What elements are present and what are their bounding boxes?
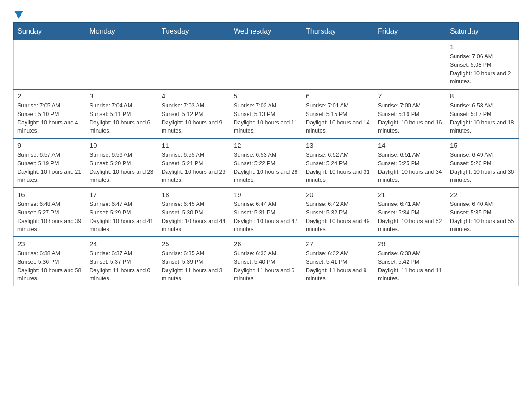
logo <box>13 9 23 18</box>
calendar-cell: 5Sunrise: 7:02 AM Sunset: 5:13 PM Daylig… <box>230 89 302 138</box>
day-info: Sunrise: 6:30 AM Sunset: 5:42 PM Dayligh… <box>378 249 442 283</box>
calendar-cell: 19Sunrise: 6:44 AM Sunset: 5:31 PM Dayli… <box>230 188 302 237</box>
calendar-week-row: 1Sunrise: 7:06 AM Sunset: 5:08 PM Daylig… <box>14 40 519 90</box>
day-info: Sunrise: 6:48 AM Sunset: 5:27 PM Dayligh… <box>17 200 82 234</box>
logo-arrow-icon <box>14 11 23 19</box>
calendar-cell: 9Sunrise: 6:57 AM Sunset: 5:19 PM Daylig… <box>14 138 86 188</box>
calendar-cell: 27Sunrise: 6:32 AM Sunset: 5:41 PM Dayli… <box>302 237 374 286</box>
calendar-cell: 22Sunrise: 6:40 AM Sunset: 5:35 PM Dayli… <box>446 188 519 237</box>
day-number: 8 <box>450 92 515 100</box>
calendar-week-row: 16Sunrise: 6:48 AM Sunset: 5:27 PM Dayli… <box>14 188 519 237</box>
calendar-cell <box>302 40 374 90</box>
day-number: 3 <box>90 92 154 100</box>
day-number: 28 <box>378 240 442 248</box>
day-number: 5 <box>234 92 298 100</box>
day-number: 25 <box>162 240 226 248</box>
calendar-cell: 16Sunrise: 6:48 AM Sunset: 5:27 PM Dayli… <box>14 188 86 237</box>
day-number: 11 <box>162 141 226 149</box>
day-info: Sunrise: 6:58 AM Sunset: 5:17 PM Dayligh… <box>450 102 515 135</box>
calendar-cell: 20Sunrise: 6:42 AM Sunset: 5:32 PM Dayli… <box>302 188 374 237</box>
day-info: Sunrise: 6:56 AM Sunset: 5:20 PM Dayligh… <box>90 151 154 184</box>
day-info: Sunrise: 6:40 AM Sunset: 5:35 PM Dayligh… <box>450 200 515 234</box>
day-info: Sunrise: 6:55 AM Sunset: 5:21 PM Dayligh… <box>162 151 226 184</box>
day-info: Sunrise: 7:00 AM Sunset: 5:16 PM Dayligh… <box>378 102 442 135</box>
calendar-cell: 14Sunrise: 6:51 AM Sunset: 5:25 PM Dayli… <box>374 138 446 188</box>
calendar-cell: 26Sunrise: 6:33 AM Sunset: 5:40 PM Dayli… <box>230 237 302 286</box>
calendar-cell <box>374 40 446 90</box>
day-header-wednesday: Wednesday <box>230 23 302 40</box>
calendar-cell: 21Sunrise: 6:41 AM Sunset: 5:34 PM Dayli… <box>374 188 446 237</box>
calendar-cell: 4Sunrise: 7:03 AM Sunset: 5:12 PM Daylig… <box>158 89 230 138</box>
day-number: 14 <box>378 141 442 149</box>
day-info: Sunrise: 6:35 AM Sunset: 5:39 PM Dayligh… <box>162 249 226 283</box>
day-info: Sunrise: 6:45 AM Sunset: 5:30 PM Dayligh… <box>162 200 226 234</box>
day-info: Sunrise: 6:52 AM Sunset: 5:24 PM Dayligh… <box>306 151 370 184</box>
day-info: Sunrise: 6:37 AM Sunset: 5:37 PM Dayligh… <box>90 249 154 283</box>
calendar-cell <box>14 40 86 90</box>
day-number: 19 <box>234 191 298 198</box>
calendar-cell: 7Sunrise: 7:00 AM Sunset: 5:16 PM Daylig… <box>374 89 446 138</box>
day-number: 27 <box>306 240 370 248</box>
calendar-cell: 15Sunrise: 6:49 AM Sunset: 5:26 PM Dayli… <box>446 138 519 188</box>
calendar-week-row: 2Sunrise: 7:05 AM Sunset: 5:10 PM Daylig… <box>14 89 519 138</box>
day-info: Sunrise: 6:57 AM Sunset: 5:19 PM Dayligh… <box>17 151 82 184</box>
day-info: Sunrise: 6:53 AM Sunset: 5:22 PM Dayligh… <box>234 151 298 184</box>
calendar-cell: 11Sunrise: 6:55 AM Sunset: 5:21 PM Dayli… <box>158 138 230 188</box>
day-header-thursday: Thursday <box>302 23 374 40</box>
calendar-header-row: SundayMondayTuesdayWednesdayThursdayFrid… <box>14 23 519 40</box>
day-number: 23 <box>17 240 82 248</box>
day-header-sunday: Sunday <box>14 23 86 40</box>
day-number: 20 <box>306 191 370 198</box>
calendar-cell: 1Sunrise: 7:06 AM Sunset: 5:08 PM Daylig… <box>446 40 519 90</box>
day-number: 2 <box>17 92 82 100</box>
day-info: Sunrise: 7:02 AM Sunset: 5:13 PM Dayligh… <box>234 102 298 135</box>
day-number: 1 <box>450 43 515 51</box>
day-header-saturday: Saturday <box>446 23 519 40</box>
day-info: Sunrise: 6:33 AM Sunset: 5:40 PM Dayligh… <box>234 249 298 283</box>
day-info: Sunrise: 6:49 AM Sunset: 5:26 PM Dayligh… <box>450 151 515 184</box>
day-info: Sunrise: 7:01 AM Sunset: 5:15 PM Dayligh… <box>306 102 370 135</box>
calendar-cell: 10Sunrise: 6:56 AM Sunset: 5:20 PM Dayli… <box>86 138 158 188</box>
day-number: 12 <box>234 141 298 149</box>
day-number: 26 <box>234 240 298 248</box>
calendar-week-row: 9Sunrise: 6:57 AM Sunset: 5:19 PM Daylig… <box>14 138 519 188</box>
day-number: 13 <box>306 141 370 149</box>
calendar-table: SundayMondayTuesdayWednesdayThursdayFrid… <box>13 22 519 286</box>
day-info: Sunrise: 6:51 AM Sunset: 5:25 PM Dayligh… <box>378 151 442 184</box>
day-info: Sunrise: 7:04 AM Sunset: 5:11 PM Dayligh… <box>90 102 154 135</box>
calendar-cell: 18Sunrise: 6:45 AM Sunset: 5:30 PM Dayli… <box>158 188 230 237</box>
day-info: Sunrise: 6:42 AM Sunset: 5:32 PM Dayligh… <box>306 200 370 234</box>
day-number: 15 <box>450 141 515 149</box>
calendar-cell <box>86 40 158 90</box>
day-info: Sunrise: 7:05 AM Sunset: 5:10 PM Dayligh… <box>17 102 82 135</box>
day-number: 17 <box>90 191 154 198</box>
calendar-cell <box>158 40 230 90</box>
page-header <box>13 9 519 18</box>
calendar-cell: 24Sunrise: 6:37 AM Sunset: 5:37 PM Dayli… <box>86 237 158 286</box>
calendar-cell: 17Sunrise: 6:47 AM Sunset: 5:29 PM Dayli… <box>86 188 158 237</box>
calendar-cell: 12Sunrise: 6:53 AM Sunset: 5:22 PM Dayli… <box>230 138 302 188</box>
calendar-cell: 28Sunrise: 6:30 AM Sunset: 5:42 PM Dayli… <box>374 237 446 286</box>
day-number: 10 <box>90 141 154 149</box>
day-header-tuesday: Tuesday <box>158 23 230 40</box>
calendar-cell: 2Sunrise: 7:05 AM Sunset: 5:10 PM Daylig… <box>14 89 86 138</box>
day-number: 6 <box>306 92 370 100</box>
day-info: Sunrise: 6:47 AM Sunset: 5:29 PM Dayligh… <box>90 200 154 234</box>
calendar-cell: 8Sunrise: 6:58 AM Sunset: 5:17 PM Daylig… <box>446 89 519 138</box>
day-number: 18 <box>162 191 226 198</box>
day-info: Sunrise: 6:32 AM Sunset: 5:41 PM Dayligh… <box>306 249 370 283</box>
day-header-friday: Friday <box>374 23 446 40</box>
day-info: Sunrise: 6:41 AM Sunset: 5:34 PM Dayligh… <box>378 200 442 234</box>
calendar-cell <box>446 237 519 286</box>
day-number: 21 <box>378 191 442 198</box>
day-info: Sunrise: 6:38 AM Sunset: 5:36 PM Dayligh… <box>17 249 82 283</box>
calendar-cell <box>230 40 302 90</box>
day-number: 4 <box>162 92 226 100</box>
calendar-cell: 13Sunrise: 6:52 AM Sunset: 5:24 PM Dayli… <box>302 138 374 188</box>
day-number: 9 <box>17 141 82 149</box>
calendar-cell: 25Sunrise: 6:35 AM Sunset: 5:39 PM Dayli… <box>158 237 230 286</box>
day-number: 22 <box>450 191 515 198</box>
calendar-cell: 23Sunrise: 6:38 AM Sunset: 5:36 PM Dayli… <box>14 237 86 286</box>
day-header-monday: Monday <box>86 23 158 40</box>
day-number: 24 <box>90 240 154 248</box>
